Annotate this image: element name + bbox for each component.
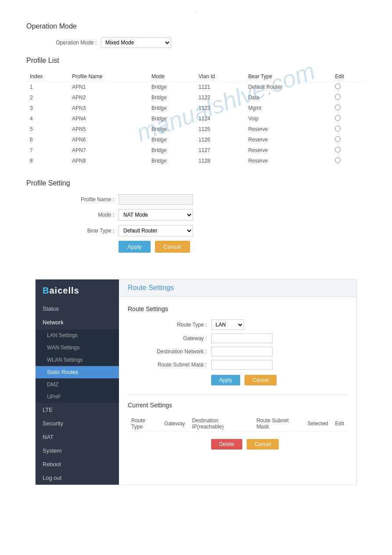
cell-edit[interactable]	[331, 113, 366, 124]
sidebar-item-lte[interactable]: LTE	[36, 403, 119, 417]
col-profile-name: Profile Name	[68, 72, 148, 82]
route-apply-button[interactable]: Apply	[211, 375, 240, 385]
cell-vlan-id: 1123	[195, 103, 245, 113]
cell-vlan-id: 1125	[195, 124, 245, 134]
col-bear-type: Bear Type	[245, 72, 331, 82]
cell-edit[interactable]	[331, 103, 366, 113]
cell-edit[interactable]	[331, 124, 366, 134]
profile-table-row: 2 APN2 Bridge 1122 Data	[26, 92, 366, 103]
profile-name-input[interactable]	[119, 194, 193, 205]
operation-mode-section: Operation Mode Operation Mode : Mixed Mo…	[26, 22, 366, 48]
sidebar-link-logout[interactable]: Log out	[36, 471, 119, 485]
sidebar-item-reboot[interactable]: Reboot	[36, 457, 119, 471]
cell-vlan-id: 1122	[195, 92, 245, 103]
edit-radio[interactable]	[335, 147, 341, 152]
cell-mode: Bridge	[148, 92, 195, 103]
logo-text: Baicells	[43, 286, 79, 296]
cell-index: 7	[26, 145, 68, 156]
sidebar: Baicells Status Network LAN Settings WAN…	[36, 279, 119, 485]
sidebar-item-logout[interactable]: Log out	[36, 471, 119, 485]
sidebar-link-nat[interactable]: NAT	[36, 430, 119, 444]
cell-bear-type: Reserve	[245, 145, 331, 156]
route-type-row: Route Type : LAN WAN	[128, 319, 348, 330]
edit-radio[interactable]	[335, 83, 341, 89]
sidebar-item-lan-settings[interactable]: LAN Settings	[36, 329, 119, 341]
sidebar-item-static-routes[interactable]: Static Routes	[36, 366, 119, 378]
sidebar-link-wan[interactable]: WAN Settings	[36, 341, 119, 354]
sidebar-item-system[interactable]: System	[36, 444, 119, 457]
route-cancel-button[interactable]: Cancel	[245, 375, 277, 385]
sidebar-link-reboot[interactable]: Reboot	[36, 457, 119, 471]
sidebar-link-wlan[interactable]: WLAN Settings	[36, 354, 119, 366]
sidebar-link-network[interactable]: Network	[36, 316, 119, 329]
delete-button[interactable]: Delete	[211, 439, 242, 450]
profile-name-label: Profile Name :	[26, 196, 114, 203]
edit-radio[interactable]	[335, 126, 341, 131]
route-type-label: Route Type :	[128, 322, 207, 328]
route-button-row: Apply Cancel	[211, 375, 348, 385]
sidebar-link-status[interactable]: Status	[36, 302, 119, 316]
profile-button-row: Apply Cancel	[119, 241, 366, 253]
sidebar-link-system[interactable]: System	[36, 444, 119, 457]
profile-table-row: 8 APN8 Bridge 1128 Reserve	[26, 156, 366, 166]
cell-vlan-id: 1128	[195, 156, 245, 166]
cell-vlan-id: 1127	[195, 145, 245, 156]
page-header: Route Settings	[119, 279, 356, 297]
subnet-mask-label: Route Subnet Mask :	[128, 362, 207, 368]
cell-edit[interactable]	[331, 92, 366, 103]
cell-edit[interactable]	[331, 82, 366, 93]
top-section: manualshlve.com · Operation Mode Operati…	[0, 0, 392, 270]
top-dot: ·	[26, 9, 366, 14]
bear-type-select[interactable]: Default Router Data Mgmt Voip Reserve	[119, 225, 193, 236]
logo-b: B	[43, 286, 49, 295]
sidebar-link-static-routes[interactable]: Static Routes	[36, 366, 119, 378]
edit-radio[interactable]	[335, 136, 341, 142]
admin-panel: Baicells Status Network LAN Settings WAN…	[35, 279, 357, 485]
divider	[128, 394, 348, 395]
col-index: Index	[26, 72, 68, 82]
col-mode: Mode	[148, 72, 195, 82]
col-route-subnet: Route Subnet Mask	[253, 416, 304, 432]
mode-row: Mode : NAT Mode Bridge Mode	[26, 209, 366, 221]
cell-bear-type: Mgmt	[245, 103, 331, 113]
edit-radio[interactable]	[335, 94, 341, 100]
sidebar-link-upnp[interactable]: UPnP	[36, 391, 119, 403]
cell-edit[interactable]	[331, 156, 366, 166]
profile-table-row: 1 APN1 Bridge 1121 Default Router	[26, 82, 366, 93]
sidebar-link-lan[interactable]: LAN Settings	[36, 329, 119, 341]
operation-mode-select[interactable]: Mixed Mode Bridge Mode NAT Mode	[101, 37, 171, 48]
sidebar-link-security[interactable]: Security	[36, 417, 119, 430]
profile-table-row: 5 APN5 Bridge 1125 Reserve	[26, 124, 366, 134]
sidebar-link-lte[interactable]: LTE	[36, 403, 119, 417]
mode-select[interactable]: NAT Mode Bridge Mode	[119, 209, 193, 221]
cell-mode: Bridge	[148, 103, 195, 113]
sidebar-item-network[interactable]: Network LAN Settings WAN Settings WLAN S…	[36, 316, 119, 403]
dest-network-input[interactable]	[211, 347, 273, 356]
sidebar-item-wlan-settings[interactable]: WLAN Settings	[36, 354, 119, 366]
sidebar-item-wan-settings[interactable]: WAN Settings	[36, 341, 119, 354]
cell-mode: Bridge	[148, 82, 195, 93]
sidebar-item-security[interactable]: Security	[36, 417, 119, 430]
cell-vlan-id: 1126	[195, 134, 245, 145]
edit-radio[interactable]	[335, 105, 341, 110]
sidebar-link-dmz[interactable]: DMZ	[36, 378, 119, 391]
profile-apply-button[interactable]: Apply	[119, 241, 151, 253]
gateway-input[interactable]	[211, 334, 273, 343]
edit-radio[interactable]	[335, 157, 341, 163]
subnet-mask-row: Route Subnet Mask :	[128, 360, 348, 370]
sidebar-item-nat[interactable]: NAT	[36, 430, 119, 444]
profile-table: Index Profile Name Mode Vlan Id Bear Typ…	[26, 72, 366, 166]
sidebar-item-dmz[interactable]: DMZ	[36, 378, 119, 391]
current-cancel-button[interactable]: Cancel	[247, 439, 279, 450]
sidebar-item-upnp[interactable]: UPnP	[36, 391, 119, 403]
cell-mode: Bridge	[148, 124, 195, 134]
edit-radio[interactable]	[335, 115, 341, 121]
cell-edit[interactable]	[331, 134, 366, 145]
profile-setting-section: Profile Setting Profile Name : Mode : NA…	[26, 179, 366, 253]
route-type-select[interactable]: LAN WAN	[211, 319, 244, 330]
subnet-mask-input[interactable]	[211, 360, 273, 370]
profile-cancel-button[interactable]: Cancel	[155, 241, 190, 253]
cell-edit[interactable]	[331, 145, 366, 156]
sidebar-item-status[interactable]: Status	[36, 302, 119, 316]
cell-bear-type: Default Router	[245, 82, 331, 93]
